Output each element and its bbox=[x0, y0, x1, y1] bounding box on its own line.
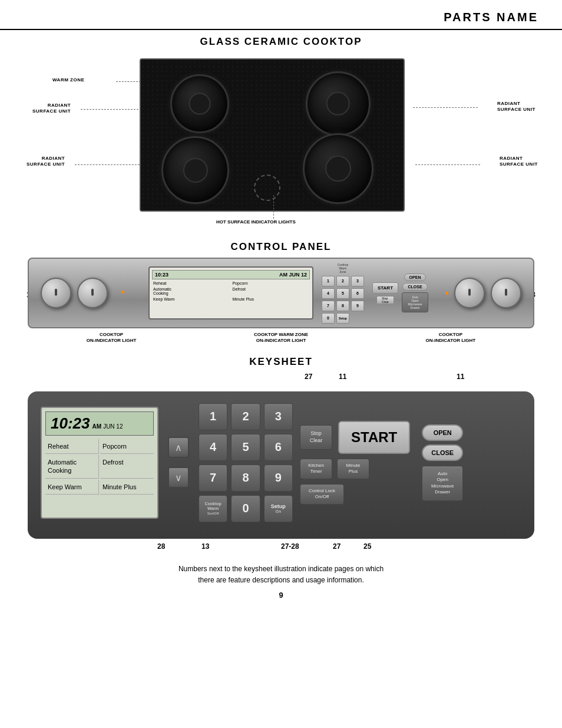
ks-num-25: 25 bbox=[363, 542, 371, 551]
knob-left-1[interactable] bbox=[41, 278, 71, 308]
display-warm-zone-cp: CooktopWarmZone bbox=[338, 263, 349, 274]
page-header: PARTS NAME bbox=[0, 0, 562, 30]
key-9[interactable]: 9 bbox=[351, 301, 364, 311]
label-radiant-right-bot: RADIANTSURFACE UNIT bbox=[500, 156, 538, 168]
ks-time-suffix: AM JUN 12 bbox=[92, 423, 123, 430]
ks-cell-minuteplus: Minute Plus bbox=[100, 480, 154, 495]
label-warm-zone: WARM ZONE bbox=[52, 77, 84, 83]
knobs-left-group bbox=[29, 278, 131, 308]
control-panel-image: 10:23 AM JUN 12 Reheat Popcorn Automatic… bbox=[28, 258, 534, 328]
display-cell-popcorn: Popcorn bbox=[231, 281, 310, 286]
ks-auto-open-drawer[interactable]: AutoOpenMicrowaveDrawer bbox=[422, 466, 463, 501]
ks-inner: 10:23 AM JUN 12 Reheat Popcorn Automatic… bbox=[41, 403, 521, 522]
display-cell-defrost: Defrost bbox=[231, 286, 310, 296]
knob-left-2[interactable] bbox=[77, 278, 108, 308]
ks-key-8[interactable]: 8 bbox=[231, 465, 260, 492]
key-0[interactable]: 0 bbox=[322, 313, 335, 324]
key-1[interactable]: 1 bbox=[322, 276, 335, 286]
ks-num-27-left: 27 bbox=[305, 373, 312, 381]
start-button-small[interactable]: START bbox=[372, 282, 398, 294]
knob-right-2[interactable] bbox=[491, 278, 521, 308]
ks-key-7[interactable]: 7 bbox=[199, 465, 227, 492]
ks-time-display: 10:23 AM JUN 12 bbox=[45, 411, 154, 436]
display-grid-small: Reheat Popcorn AutomaticCooking Defrost … bbox=[152, 281, 310, 302]
ks-key-5[interactable]: 5 bbox=[231, 434, 260, 461]
display-panel-small: 10:23 AM JUN 12 Reheat Popcorn Automatic… bbox=[148, 266, 313, 319]
ks-key-setup[interactable]: Setup On bbox=[264, 495, 293, 522]
ks-display: 10:23 AM JUN 12 Reheat Popcorn Automatic… bbox=[41, 407, 158, 519]
key-2[interactable]: 2 bbox=[336, 276, 349, 286]
ks-key-9[interactable]: 9 bbox=[264, 465, 293, 492]
ks-close-button[interactable]: CLOSE bbox=[422, 444, 463, 461]
ks-arrows: ∧ ∨ bbox=[168, 437, 189, 488]
ks-action-row: StopClear START bbox=[300, 421, 410, 454]
ks-kitchen-timer[interactable]: KitchenTimer bbox=[300, 459, 332, 479]
cp-label-right: COOKTOPON-INDICATOR LIGHT bbox=[426, 332, 476, 344]
ks-key-cooktop-warm[interactable]: Cooktop Warm Set/Off bbox=[199, 495, 227, 522]
page-title: PARTS NAME bbox=[24, 11, 538, 24]
knob-right-1[interactable] bbox=[454, 278, 485, 308]
burner-top-left bbox=[170, 74, 229, 133]
indicator-left bbox=[121, 291, 124, 294]
dline-radiant-rt bbox=[413, 107, 478, 108]
ks-right-controls: StopClear START KitchenTimer MinutePlus … bbox=[300, 421, 410, 505]
control-panel-labels: COOKTOPON-INDICATOR LIGHT COOKTOP WARM Z… bbox=[28, 332, 534, 344]
open-btn-small[interactable]: OPEN bbox=[404, 274, 427, 281]
ks-key-4[interactable]: 4 bbox=[199, 434, 227, 461]
cooktop-section: WARM ZONE RADIANTSURFACE UNIT RADIANTSUR… bbox=[16, 52, 546, 235]
arrow-down-key[interactable]: ∨ bbox=[168, 467, 189, 488]
dline-hot-surface bbox=[273, 195, 274, 219]
key-8[interactable]: 8 bbox=[336, 301, 349, 311]
stop-clear-small[interactable]: StopClear bbox=[376, 296, 394, 304]
section-title-control: CONTROL PANEL bbox=[0, 241, 562, 253]
ks-key-3[interactable]: 3 bbox=[264, 403, 293, 430]
ks-num-11-right: 11 bbox=[457, 373, 464, 381]
display-cell-auto: AutomaticCooking bbox=[152, 286, 231, 296]
ks-cell-keepwarm: Keep Warm bbox=[45, 480, 99, 495]
cooktop-surface bbox=[140, 58, 405, 212]
ks-control-lock[interactable]: Control LockOn/Off bbox=[300, 484, 344, 505]
key-7[interactable]: 7 bbox=[322, 301, 335, 311]
ks-key-1[interactable]: 1 bbox=[199, 403, 227, 430]
key-setup[interactable]: Setup bbox=[336, 313, 349, 324]
warm-zone-indicator bbox=[254, 174, 280, 201]
ks-key-6[interactable]: 6 bbox=[264, 434, 293, 461]
key-4[interactable]: 4 bbox=[322, 288, 335, 299]
ks-num-13: 13 bbox=[201, 542, 209, 551]
display-cell-reheat: Reheat bbox=[152, 281, 231, 286]
knobs-right-group bbox=[445, 278, 533, 308]
ks-minute-plus[interactable]: MinutePlus bbox=[337, 459, 369, 479]
ks-open-button[interactable]: OPEN bbox=[422, 424, 463, 441]
section-title-keysheet: KEYSHEET bbox=[16, 356, 546, 368]
ks-cell-defrost: Defrost bbox=[100, 455, 154, 479]
ks-open-close-group: OPEN CLOSE bbox=[422, 424, 463, 461]
keypad-small: 1 2 3 4 5 6 7 8 9 bbox=[322, 276, 364, 324]
label-hot-surface: HOT SURFACE INDICATOR LIGHTS bbox=[216, 219, 296, 225]
arrow-up-key[interactable]: ∧ bbox=[168, 437, 189, 458]
ks-numbers-below: 28 13 27-28 27 25 bbox=[28, 542, 534, 555]
label-radiant-right-top: RADIANTSURFACE UNIT bbox=[497, 101, 535, 113]
section-title-cooktop: GLASS CERAMIC COOKTOP bbox=[0, 36, 562, 48]
keysheet-diagram: 10:23 AM JUN 12 Reheat Popcorn Automatic… bbox=[28, 391, 534, 539]
ks-stop-clear[interactable]: StopClear bbox=[300, 425, 332, 449]
auto-open-small[interactable]: AutoOpenMicrowaveDrawer bbox=[402, 292, 428, 312]
ks-numbers-above: 27 11 11 bbox=[28, 373, 534, 386]
ks-num-2728: 27-28 bbox=[281, 542, 299, 551]
ks-cell-popcorn: Popcorn bbox=[100, 439, 154, 454]
key-5[interactable]: 5 bbox=[336, 288, 349, 299]
ks-display-grid: Reheat Popcorn AutomaticCooking Defrost … bbox=[45, 439, 154, 495]
ks-key-0[interactable]: 0 bbox=[231, 495, 260, 522]
ks-key-2[interactable]: 2 bbox=[231, 403, 260, 430]
burner-bottom-right bbox=[303, 133, 373, 204]
key-6[interactable]: 6 bbox=[351, 288, 364, 299]
close-btn-small[interactable]: CLOSE bbox=[402, 283, 427, 291]
ks-sub-row: KitchenTimer MinutePlus bbox=[300, 459, 410, 479]
ks-num-11-left: 11 bbox=[339, 373, 346, 381]
ks-door-controls: OPEN CLOSE AutoOpenMicrowaveDrawer bbox=[422, 424, 463, 501]
key-3[interactable]: 3 bbox=[351, 276, 364, 286]
ks-start-button[interactable]: START bbox=[338, 421, 410, 454]
dline-radiant-rb bbox=[415, 164, 480, 165]
display-cell-minuteplus: Minute Plus bbox=[231, 297, 310, 302]
label-radiant-left-bot: RADIANTSURFACE UNIT bbox=[27, 156, 65, 168]
cp-label-center: COOKTOP WARM ZONEON-INDICATOR LIGHT bbox=[254, 332, 308, 344]
